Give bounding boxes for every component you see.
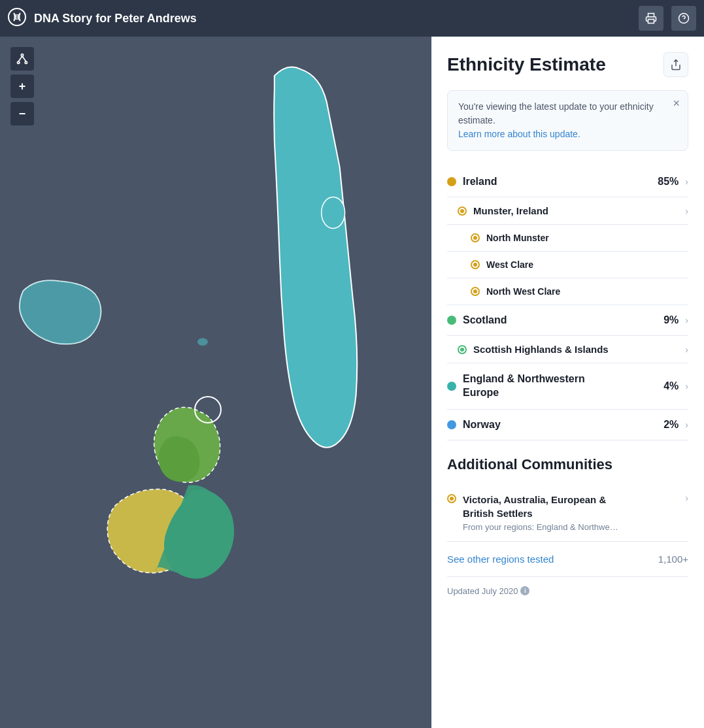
north-west-clare-dot	[471, 287, 480, 296]
norway-name: Norway	[463, 419, 663, 431]
scottish-highlands-name: Scottish Highlands & Islands	[473, 344, 685, 355]
victoria-sub: From your regions: England & Northwe…	[463, 522, 680, 532]
norway-dot	[447, 420, 456, 429]
svg-point-6	[18, 61, 20, 63]
scottish-highlands-row[interactable]: Scottish Highlands & Islands ›	[447, 336, 688, 363]
ethnicity-estimate-title: Ethnicity Estimate	[447, 54, 606, 75]
see-other-regions-row[interactable]: See other regions tested 1,100+	[447, 542, 688, 577]
ireland-dot	[447, 177, 456, 186]
network-button[interactable]	[10, 47, 34, 71]
scottish-highlands-dot	[458, 345, 467, 354]
north-west-clare-row: North West Clare	[447, 278, 688, 305]
print-button[interactable]	[639, 6, 663, 31]
scotland-name: Scotland	[463, 314, 663, 326]
scotland-dot	[447, 316, 456, 325]
munster-name: Munster, Ireland	[473, 205, 685, 216]
see-other-link[interactable]: See other regions tested	[447, 554, 554, 565]
ethnicity-scotland-row[interactable]: Scotland 9% ›	[447, 305, 688, 336]
north-munster-row: North Munster	[447, 225, 688, 252]
additional-communities-title: Additional Communities	[447, 456, 688, 473]
ethnicity-ireland-row[interactable]: Ireland 85% ›	[447, 167, 688, 197]
ireland-pct: 85%	[658, 176, 679, 188]
ireland-chevron-icon: ›	[685, 176, 688, 187]
see-other-count: 1,100+	[658, 554, 688, 565]
updated-text: Updated July 2020 i	[447, 586, 688, 596]
victoria-name: Victoria, Australia, European &British S…	[463, 493, 680, 520]
app-header: DNA Story for Peter Andrews	[0, 0, 704, 37]
england-name: England & NorthwesternEurope	[463, 372, 663, 400]
ethnicity-list: Ireland 85% › Munster, Ireland › North M…	[447, 167, 688, 440]
main-content: + −	[0, 37, 704, 728]
zoom-out-button[interactable]: −	[10, 102, 34, 125]
ethnicity-england-row[interactable]: England & NorthwesternEurope 4% ›	[447, 363, 688, 410]
learn-more-link[interactable]: Learn more about this update.	[458, 129, 580, 139]
svg-point-5	[21, 54, 23, 56]
zoom-in-button[interactable]: +	[10, 74, 34, 98]
england-chevron-icon: ›	[685, 381, 688, 391]
panel-header: Ethnicity Estimate	[447, 52, 688, 77]
ethnicity-norway-row[interactable]: Norway 2% ›	[447, 410, 688, 440]
map-controls: + −	[10, 47, 34, 125]
svg-point-12	[197, 338, 208, 346]
update-banner: You're viewing the latest update to your…	[447, 90, 688, 151]
north-munster-dot	[471, 233, 480, 242]
scotland-pct: 9%	[663, 314, 679, 326]
ireland-name: Ireland	[463, 176, 658, 188]
west-clare-dot	[471, 260, 480, 269]
map-area: + −	[0, 37, 431, 728]
munster-dot	[458, 207, 467, 216]
victoria-dot	[447, 494, 456, 503]
munster-ireland-row[interactable]: Munster, Ireland ›	[447, 197, 688, 225]
banner-text: You're viewing the latest update to your…	[458, 100, 677, 141]
west-clare-row: West Clare	[447, 252, 688, 278]
page-title: DNA Story for Peter Andrews	[34, 12, 631, 25]
victoria-content: Victoria, Australia, European &British S…	[463, 493, 680, 532]
close-banner-button[interactable]: ×	[673, 97, 680, 109]
scottish-highlands-chevron-icon: ›	[685, 344, 688, 355]
england-dot	[447, 382, 456, 391]
north-munster-name: North Munster	[486, 233, 688, 243]
victoria-chevron-icon: ›	[685, 493, 688, 503]
share-button[interactable]	[663, 52, 688, 77]
england-pct: 4%	[663, 380, 679, 392]
victoria-australia-row[interactable]: Victoria, Australia, European &British S…	[447, 484, 688, 542]
svg-point-10	[322, 197, 345, 229]
svg-line-8	[18, 56, 22, 61]
help-button[interactable]	[671, 6, 696, 31]
map-svg	[0, 37, 431, 728]
norway-chevron-icon: ›	[685, 420, 688, 430]
norway-pct: 2%	[663, 419, 679, 431]
scotland-chevron-icon: ›	[685, 315, 688, 325]
munster-chevron-icon: ›	[685, 206, 688, 216]
dna-logo-icon	[8, 8, 26, 29]
west-clare-name: West Clare	[486, 259, 688, 270]
north-west-clare-name: North West Clare	[486, 286, 688, 297]
svg-line-9	[22, 56, 26, 61]
right-panel: Ethnicity Estimate You're viewing the la…	[431, 37, 704, 728]
svg-point-7	[25, 61, 27, 63]
info-icon: i	[520, 586, 529, 595]
